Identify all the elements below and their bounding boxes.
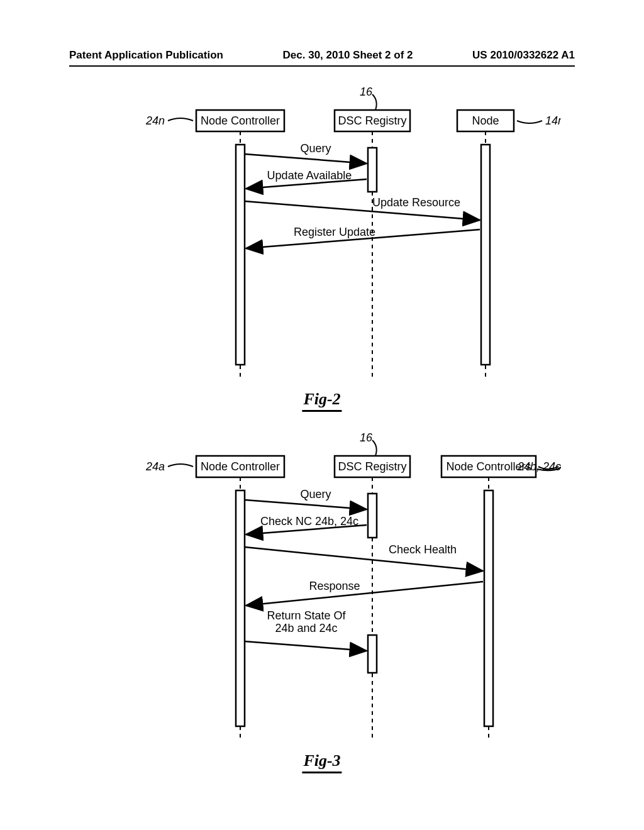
svg-rect-7 bbox=[368, 148, 377, 192]
participant-2-ref: 14n bbox=[545, 114, 561, 127]
participant3-1-label: DSC Registry bbox=[338, 460, 406, 473]
figure-3: 16 Node Controller DSC Registry Node Con… bbox=[83, 428, 561, 748]
msg3-return-state-l2: 24b and 24c bbox=[275, 622, 337, 634]
ref-16b: 16 bbox=[360, 431, 373, 444]
svg-line-9 bbox=[245, 154, 367, 163]
participant3-0-ref: 24a bbox=[145, 460, 165, 473]
page-header: Patent Application Publication Dec. 30, … bbox=[69, 49, 575, 62]
svg-rect-21 bbox=[368, 635, 377, 673]
figure-3-caption: Fig-3 bbox=[302, 751, 341, 773]
msg3-check-health: Check Health bbox=[389, 543, 457, 556]
msg-register-update: Register Update bbox=[294, 226, 375, 238]
header-center: Dec. 30, 2010 Sheet 2 of 2 bbox=[283, 49, 413, 62]
msg3-query: Query bbox=[300, 488, 331, 501]
svg-rect-22 bbox=[484, 490, 493, 726]
svg-rect-8 bbox=[481, 145, 490, 365]
svg-line-26 bbox=[246, 582, 483, 606]
svg-rect-6 bbox=[236, 145, 245, 365]
figure-2: 16 Node Controller DSC Registry Node 24n… bbox=[83, 82, 561, 387]
participant-1-label: DSC Registry bbox=[338, 114, 406, 127]
participant3-0-label: Node Controller bbox=[201, 460, 280, 473]
msg3-return-state-l1: Return State Of bbox=[267, 609, 346, 622]
participant-2-label: Node bbox=[472, 114, 499, 127]
header-left: Patent Application Publication bbox=[69, 49, 223, 62]
svg-line-23 bbox=[245, 500, 367, 509]
msg3-check-nc: Check NC 24b, 24c bbox=[260, 515, 358, 528]
participant-0-ref: 24n bbox=[145, 114, 165, 127]
msg3-response: Response bbox=[309, 580, 360, 592]
svg-rect-19 bbox=[236, 490, 245, 726]
svg-line-27 bbox=[245, 641, 367, 651]
ref-16: 16 bbox=[360, 86, 373, 98]
msg-update-available: Update Available bbox=[267, 169, 352, 182]
header-right: US 2010/0332622 A1 bbox=[472, 49, 575, 62]
svg-rect-20 bbox=[368, 494, 377, 538]
msg-update-resource: Update Resource bbox=[372, 196, 460, 209]
header-rule bbox=[69, 65, 575, 67]
figure-2-caption: Fig-2 bbox=[302, 390, 341, 412]
msg-query: Query bbox=[300, 142, 331, 155]
participant-0-label: Node Controller bbox=[201, 114, 280, 127]
